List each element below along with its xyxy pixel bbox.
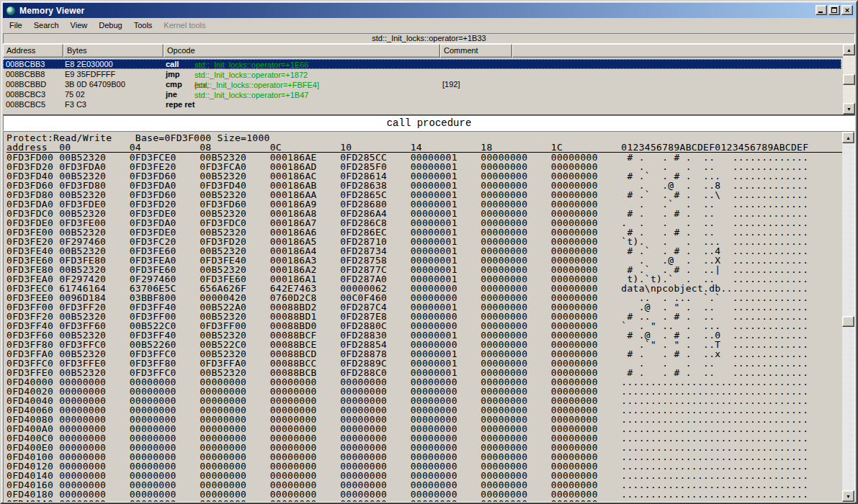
instruction-bytes: 75 02	[65, 90, 85, 99]
disasm-row[interactable]: 008BCBC375 02jnestd::_Init_locks::operat…	[3, 89, 841, 99]
disasm-rows: 008BCBB3E8 2E030000callstd::_Init_locks:…	[3, 59, 841, 114]
disasm-row[interactable]: 008BCBB8E9 35FDFFFFjmpstd::_Init_locks::…	[3, 69, 841, 79]
memory-rows: 0FD3FD00 00B52320 0FD3FCE0 00B52320 0001…	[6, 153, 841, 502]
menu-item-debug[interactable]: Debug	[93, 19, 128, 32]
menu-item-view[interactable]: View	[65, 19, 94, 32]
symbol-bar: std::_Init_locks::operator=+1B33	[3, 33, 855, 44]
instruction-opcode: repe ret	[166, 100, 195, 109]
disasm-scrollbar: ▲ ▼	[843, 44, 855, 114]
scroll-up-icon[interactable]: ▲	[842, 132, 854, 143]
menu-bar: FileSearchViewDebugToolsKernel tools	[3, 18, 855, 32]
menu-item-tools[interactable]: Tools	[128, 19, 158, 32]
instruction-bytes: E9 35FDFFFF	[65, 70, 115, 78]
instruction-bytes: 3B 0D 64709B00	[65, 80, 125, 89]
title-bar[interactable]: Memory Viewer ×	[3, 3, 855, 18]
minimize-icon	[818, 12, 823, 13]
minimize-button[interactable]	[815, 5, 827, 15]
menu-item-kernel-tools: Kernel tools	[158, 19, 211, 32]
disasm-row[interactable]: 008BCBB3E8 2E030000callstd::_Init_locks:…	[3, 59, 841, 69]
instruction-opcode: jne	[166, 90, 177, 99]
maximize-icon	[831, 7, 837, 13]
memory-viewer-window: Memory Viewer × FileSearchViewDebugTools…	[0, 0, 858, 504]
maximize-button[interactable]	[828, 5, 840, 15]
instruction-address: 008BCBB3	[6, 60, 45, 68]
instruction-opcode: cmp	[166, 80, 182, 89]
operand-symbol: std::_Init_locks::operator=+1872	[195, 71, 308, 79]
memory-panel: Protect:Read/Write Base=0FD3F000 Size=10…	[3, 131, 855, 503]
disasm-scrollbar-thumb[interactable]	[843, 74, 855, 85]
scroll-down-icon[interactable]: ▼	[842, 490, 854, 502]
instruction-opcode: call	[166, 60, 179, 68]
window-title: Memory Viewer	[19, 6, 84, 16]
instruction-opcode: jmp	[166, 70, 180, 78]
column-header-opcode[interactable]: Opcode	[164, 44, 440, 58]
menu-item-search[interactable]: Search	[28, 19, 65, 32]
memory-scrollbar: ▲ ▼	[842, 132, 854, 502]
instruction-address: 008BCBC3	[6, 90, 45, 99]
scroll-down-icon[interactable]: ▼	[843, 103, 855, 114]
instruction-address: 008BCBBD	[6, 80, 46, 89]
close-icon: ×	[842, 6, 852, 14]
column-header-filler	[512, 44, 846, 58]
procedure-bar: call procedure	[3, 115, 855, 131]
operand-symbol: [std::_Init_locks::operator=+FBFE4]	[195, 81, 319, 89]
memory-column-header: address 00 04 08 0C 10 14 18 1C 01234567…	[6, 143, 845, 153]
scroll-up-icon[interactable]: ▲	[843, 44, 855, 55]
instruction-address: 008BCBB8	[6, 70, 45, 78]
column-header-comment[interactable]: Comment	[440, 44, 512, 58]
memory-row[interactable]: 0FD401A0 00000000 00000000 00000000 0000…	[6, 499, 841, 502]
memory-scrollbar-thumb[interactable]	[842, 316, 854, 327]
procedure-bar-text: call procedure	[387, 117, 472, 129]
operand-symbol: std::_Init_locks::operator=+1B47	[195, 91, 308, 99]
close-button[interactable]: ×	[841, 5, 853, 15]
disasm-row[interactable]: 008BCBC5F3 C3repe ret	[3, 99, 841, 109]
menu-item-file[interactable]: File	[4, 19, 28, 32]
symbol-bar-text: std::_Init_locks::operator=+1B33	[372, 34, 486, 42]
instruction-bytes: F3 C3	[65, 100, 86, 109]
instruction-bytes: E8 2E030000	[65, 60, 113, 68]
instruction-address: 008BCBC5	[6, 100, 45, 109]
operand-symbol: std::_Init_locks::operator=+1E66	[195, 60, 308, 69]
disasm-row[interactable]: 008BCBBD3B 0D 64709B00cmpecx,[std::_Init…	[3, 79, 841, 89]
column-header-bytes[interactable]: Bytes	[63, 44, 164, 58]
instruction-comment: [192]	[442, 80, 460, 89]
disassembly-panel: AddressBytesOpcodeComment 008BCBB3E8 2E0…	[3, 44, 855, 115]
app-icon	[6, 6, 16, 16]
column-header-address[interactable]: Address	[3, 44, 63, 58]
disasm-column-headers: AddressBytesOpcodeComment	[3, 44, 846, 58]
